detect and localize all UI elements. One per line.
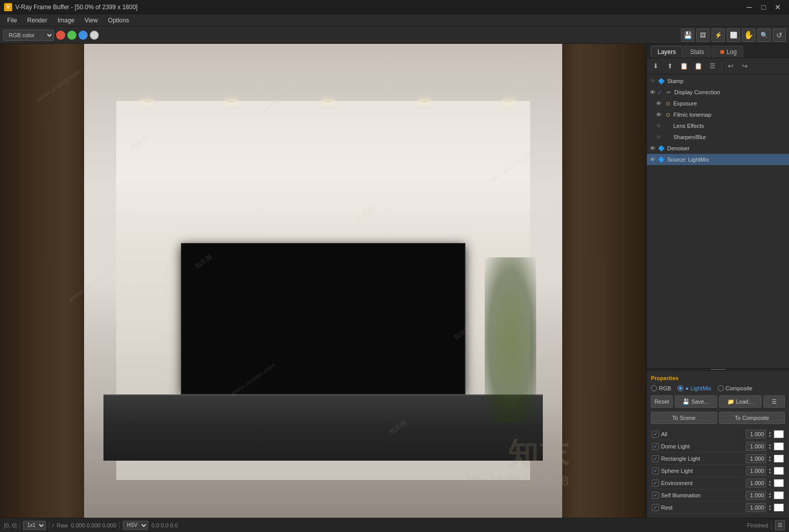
light-sphere-arrows[interactable]: ▲ ▼ — [768, 467, 772, 474]
light-all-check[interactable]: ✓ — [652, 431, 659, 438]
light-rest-down[interactable]: ▼ — [768, 508, 772, 511]
light-si-arrows[interactable]: ▲ ▼ — [768, 492, 772, 499]
tab-stats[interactable]: Stats — [683, 46, 711, 58]
light-sphere-value[interactable] — [746, 466, 766, 475]
light-rect-check[interactable]: ✓ — [652, 455, 659, 462]
light-dome-check[interactable]: ✓ — [652, 443, 659, 450]
light-dome-value[interactable] — [746, 442, 766, 451]
light-rect-down[interactable]: ▼ — [768, 459, 772, 462]
maximize-button[interactable]: □ — [756, 0, 771, 14]
undo-button[interactable]: ↩ — [724, 60, 737, 72]
light-rest-arrows[interactable]: ▲ ▼ — [768, 504, 772, 511]
layer-denoiser[interactable]: 👁 🔷 Denoiser — [647, 143, 789, 154]
layer-exposure[interactable]: 👁 ⊙ Exposure — [647, 98, 789, 109]
layer-lens-effects[interactable]: 👁 Lens Effects — [647, 120, 789, 131]
layer-stamp[interactable]: 👁 🔷 Stamp — [647, 75, 789, 87]
load-button[interactable]: 📁 Load... — [719, 395, 761, 408]
light-rect-color[interactable] — [774, 455, 784, 463]
layer-display-correction[interactable]: 👁 ✓ ✏ Display Correction — [647, 87, 789, 98]
light-rect-arrows[interactable]: ▲ ▼ — [768, 455, 772, 462]
layer-ft-visibility[interactable]: 👁 — [655, 112, 662, 118]
light-sphere-check[interactable]: ✓ — [652, 467, 659, 474]
load-image-button[interactable]: 🖼 — [696, 29, 709, 42]
color-mode-select[interactable]: RGB color Luminance Alpha — [3, 30, 54, 41]
light-dome-color[interactable] — [774, 442, 784, 450]
green-channel-dot[interactable] — [67, 31, 76, 40]
light-sphere-up[interactable]: ▲ — [768, 467, 772, 471]
menu-options[interactable]: Options — [103, 16, 134, 25]
menu-image[interactable]: Image — [52, 16, 80, 25]
color-space-select[interactable]: HSV RGB HSL — [123, 521, 148, 530]
light-rest-color[interactable] — [774, 503, 784, 512]
zoom-select[interactable]: 1x1 2x2 4x4 — [23, 521, 46, 530]
light-rest-value[interactable] — [746, 503, 766, 512]
tab-layers[interactable]: Layers — [651, 46, 682, 58]
menu-view[interactable]: View — [80, 16, 103, 25]
light-all-arrows[interactable]: ▲ ▼ — [768, 431, 772, 438]
light-env-value[interactable] — [746, 478, 766, 488]
light-sphere-down[interactable]: ▼ — [768, 471, 772, 474]
layer-dc-visibility[interactable]: 👁 — [649, 89, 656, 95]
light-si-value[interactable] — [746, 491, 766, 500]
reset-view-button[interactable]: ↺ — [773, 29, 786, 42]
radio-lightmix[interactable]: ● LightMix — [677, 385, 712, 391]
layer-stamp-visibility[interactable]: 👁 — [649, 78, 656, 84]
layer-denoiser-visibility[interactable]: 👁 — [649, 145, 656, 151]
light-rect-value[interactable] — [746, 454, 766, 463]
layer-menu-button[interactable]: ☰ — [706, 60, 719, 72]
layer-move-down-button[interactable]: ⬇ — [649, 60, 662, 72]
light-dome-up[interactable]: ▲ — [768, 443, 772, 446]
to-composite-button[interactable]: To Composite — [719, 412, 785, 424]
light-si-down[interactable]: ▼ — [768, 495, 772, 499]
minimize-button[interactable]: ─ — [742, 0, 756, 14]
redo-button[interactable]: ↪ — [738, 60, 751, 72]
light-all-value[interactable] — [746, 430, 766, 439]
light-si-color[interactable] — [774, 491, 784, 499]
light-env-down[interactable]: ▼ — [768, 483, 772, 487]
alpha-channel-dot[interactable] — [90, 31, 99, 40]
light-sphere-color[interactable] — [774, 467, 784, 475]
layer-sharpen-blur[interactable]: 👁 Sharpen/Blur — [647, 131, 789, 143]
light-all-color[interactable] — [774, 430, 784, 438]
list-button[interactable]: ☰ — [764, 395, 785, 408]
layer-filmic-tonemap[interactable]: 👁 ⊙ Filmic tonemap — [647, 109, 789, 120]
to-scene-button[interactable]: To Scene — [651, 412, 717, 424]
layer-lm-visibility[interactable]: 👁 — [649, 156, 656, 163]
light-rest-check[interactable]: ✓ — [652, 504, 659, 511]
light-dome-arrows[interactable]: ▲ ▼ — [768, 443, 772, 450]
pan-button[interactable]: ✋ — [742, 29, 755, 42]
reset-button[interactable]: Reset — [651, 395, 673, 408]
light-all-down[interactable]: ▼ — [768, 434, 772, 438]
light-env-arrows[interactable]: ▲ ▼ — [768, 480, 772, 487]
light-si-check[interactable]: ✓ — [652, 492, 659, 499]
zoom-button[interactable]: 🔍 — [757, 29, 771, 42]
layer-le-visibility[interactable]: 👁 — [655, 123, 662, 129]
light-env-up[interactable]: ▲ — [768, 480, 772, 483]
layer-sb-visibility[interactable]: 👁 — [655, 134, 662, 140]
region-button[interactable]: ⬜ — [727, 29, 740, 42]
radio-composite[interactable]: Composite — [718, 385, 753, 391]
radio-rgb[interactable]: RGB — [651, 385, 671, 391]
layer-duplicate-button[interactable]: 📋 — [677, 60, 691, 72]
red-channel-dot[interactable] — [56, 31, 65, 40]
close-button[interactable]: ✕ — [771, 0, 785, 14]
tab-log[interactable]: Log — [712, 46, 743, 58]
blue-channel-dot[interactable] — [78, 31, 88, 40]
layer-exposure-visibility[interactable]: 👁 — [655, 100, 662, 107]
layer-source-lightmix[interactable]: 👁 🔷 Source: LightMix — [647, 154, 789, 165]
light-si-up[interactable]: ▲ — [768, 492, 772, 495]
light-all-up[interactable]: ▲ — [768, 431, 772, 434]
render-viewport[interactable]: www.znzmo.com 知末网 www.znzmo.com 知末网 www.… — [0, 44, 646, 518]
status-menu-button[interactable]: ☰ — [775, 520, 785, 530]
render-button[interactable]: ⚡ — [712, 29, 725, 42]
save-button[interactable]: 💾 Save... — [675, 395, 717, 408]
save-image-button[interactable]: 💾 — [681, 29, 694, 42]
light-rest-up[interactable]: ▲ — [768, 504, 772, 508]
light-rect-up[interactable]: ▲ — [768, 455, 772, 459]
menu-file[interactable]: File — [2, 16, 22, 25]
layer-move-up-button[interactable]: ⬆ — [663, 60, 676, 72]
light-env-color[interactable] — [774, 479, 784, 487]
light-env-check[interactable]: ✓ — [652, 480, 659, 487]
menu-render[interactable]: Render — [22, 16, 52, 25]
layer-copy-button[interactable]: 📋 — [692, 60, 705, 72]
